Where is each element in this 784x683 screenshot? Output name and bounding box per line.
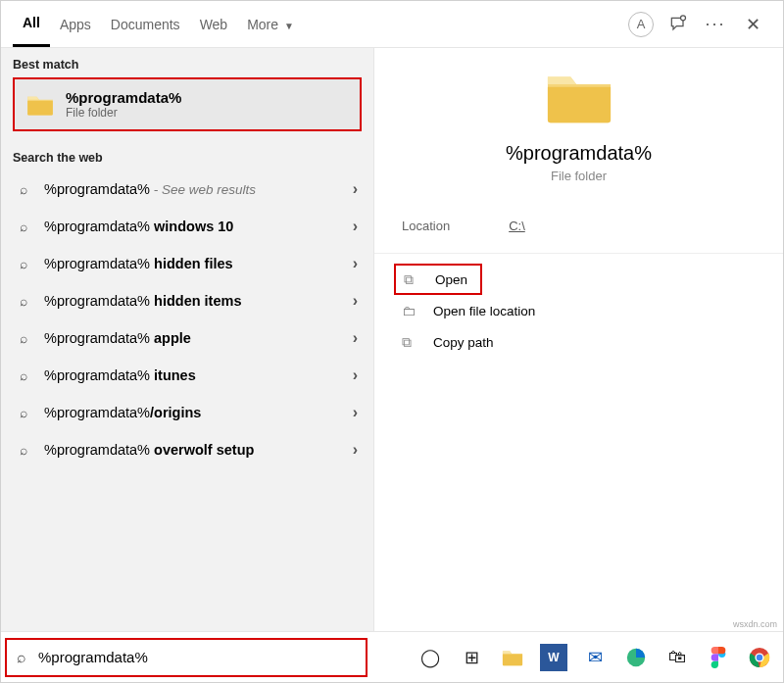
action-open-location[interactable]: 🗀 Open file location — [394, 295, 763, 326]
chevron-right-icon[interactable]: › — [349, 329, 362, 347]
preview-subtitle: File folder — [551, 169, 607, 183]
action-open-label: Open — [435, 272, 467, 287]
tab-more[interactable]: More ▼ — [237, 3, 304, 46]
search-icon: ⌕ — [13, 256, 34, 271]
search-icon: ⌕ — [13, 442, 34, 458]
watermark: wsxdn.com — [733, 619, 777, 629]
chevron-right-icon[interactable]: › — [349, 404, 362, 421]
web-result-3[interactable]: ⌕%programdata% hidden items› — [1, 282, 373, 319]
best-match-subtitle: File folder — [66, 106, 181, 120]
tab-web[interactable]: Web — [190, 3, 238, 46]
section-search-web: Search the web — [1, 141, 373, 171]
word-icon[interactable]: W — [540, 644, 567, 671]
avatar-letter: A — [628, 12, 654, 37]
chevron-down-icon: ▼ — [284, 21, 294, 31]
folder-icon — [26, 91, 54, 119]
action-copy-path[interactable]: ⧉ Copy path — [394, 326, 763, 358]
web-result-2[interactable]: ⌕%programdata% hidden files› — [1, 245, 373, 282]
action-open-location-label: Open file location — [433, 304, 535, 318]
web-result-6[interactable]: ⌕%programdata%/origins› — [1, 394, 373, 431]
chevron-right-icon[interactable]: › — [349, 441, 362, 459]
tab-apps[interactable]: Apps — [50, 3, 101, 46]
best-match-title: %programdata% — [66, 89, 181, 106]
web-result-7[interactable]: ⌕%programdata% overwolf setup› — [1, 431, 373, 468]
feedback-button[interactable] — [662, 8, 695, 41]
file-location-icon: 🗀 — [402, 303, 423, 318]
search-icon: ⌕ — [13, 181, 34, 197]
mail-icon[interactable]: ✉ — [581, 644, 609, 671]
web-result-text: %programdata% itunes — [44, 367, 349, 383]
web-result-text: %programdata% overwolf setup — [44, 442, 349, 458]
tab-all[interactable]: All — [13, 1, 50, 47]
account-avatar[interactable]: A — [624, 8, 658, 41]
action-open[interactable]: ⧉ Open — [394, 264, 482, 295]
figma-icon[interactable] — [705, 644, 732, 671]
task-view-icon[interactable]: ⊞ — [458, 644, 485, 671]
web-result-0[interactable]: ⌕%programdata% - See web results› — [1, 171, 373, 208]
search-icon: ⌕ — [7, 649, 36, 666]
results-column: Best match %programdata% File folder Sea… — [1, 48, 373, 632]
copy-icon: ⧉ — [402, 334, 423, 351]
chevron-right-icon[interactable]: › — [349, 366, 362, 384]
web-result-5[interactable]: ⌕%programdata% itunes› — [1, 357, 373, 394]
action-copy-path-label: Copy path — [433, 335, 494, 350]
web-result-text: %programdata% windows 10 — [44, 219, 349, 234]
best-match-result[interactable]: %programdata% File folder — [13, 77, 362, 131]
close-button[interactable]: ✕ — [736, 8, 769, 41]
preview-column: %programdata% File folder Location C:\ ⧉… — [373, 48, 783, 632]
taskbar: ⌕ ◯ ⊞ W ✉ 🛍 — [1, 631, 783, 682]
folder-icon-large — [545, 68, 613, 126]
svg-point-5 — [757, 654, 762, 659]
search-icon: ⌕ — [13, 219, 34, 234]
web-result-text: %programdata% hidden items — [44, 293, 349, 309]
tab-more-label: More — [247, 17, 278, 32]
chevron-right-icon[interactable]: › — [349, 255, 362, 272]
search-icon: ⌕ — [13, 405, 34, 420]
tab-documents[interactable]: Documents — [101, 3, 190, 46]
web-result-1[interactable]: ⌕%programdata% windows 10› — [1, 208, 373, 245]
section-best-match: Best match — [1, 48, 373, 77]
search-input[interactable] — [36, 648, 366, 666]
search-icon: ⌕ — [13, 330, 34, 346]
store-icon[interactable]: 🛍 — [663, 644, 691, 671]
open-icon: ⧉ — [404, 271, 425, 288]
search-icon: ⌕ — [13, 293, 34, 309]
web-result-text: %programdata% hidden files — [44, 256, 349, 271]
preview-title: %programdata% — [506, 142, 652, 165]
more-options-button[interactable]: ··· — [699, 8, 732, 41]
header-tabs: All Apps Documents Web More ▼ A ··· ✕ — [1, 1, 783, 48]
web-result-text: %programdata% - See web results — [44, 181, 349, 197]
chevron-right-icon[interactable]: › — [349, 180, 362, 198]
search-box[interactable]: ⌕ — [5, 638, 368, 677]
location-link[interactable]: C:\ — [509, 219, 525, 233]
cortana-icon[interactable]: ◯ — [416, 644, 444, 671]
chevron-right-icon[interactable]: › — [349, 292, 362, 310]
chrome-icon[interactable] — [746, 644, 773, 671]
web-result-4[interactable]: ⌕%programdata% apple› — [1, 319, 373, 357]
web-result-text: %programdata%/origins — [44, 405, 349, 420]
chevron-right-icon[interactable]: › — [349, 218, 362, 235]
svg-point-0 — [681, 15, 686, 20]
file-explorer-icon[interactable] — [499, 644, 526, 671]
search-icon: ⌕ — [13, 367, 34, 383]
web-result-text: %programdata% apple — [44, 330, 349, 346]
location-label: Location — [402, 219, 450, 233]
edge-icon[interactable] — [622, 644, 650, 671]
